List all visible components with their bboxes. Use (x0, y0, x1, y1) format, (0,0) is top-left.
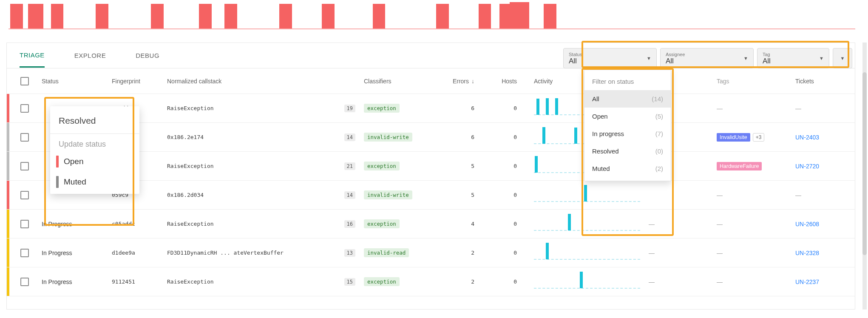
col-hosts[interactable]: Hosts (487, 78, 530, 85)
cell-callstack: 0x186.2e17414 (163, 133, 360, 141)
row-status-edge (7, 152, 12, 180)
col-callstack[interactable]: Normalized callstack (163, 78, 360, 85)
cell-errors: 5 (440, 163, 487, 169)
filter-more-button[interactable]: ▼ (833, 48, 852, 68)
filter-status-label: Status (569, 52, 651, 57)
chart-bar (51, 4, 64, 28)
activity-sparkline (534, 185, 640, 205)
row-status-edge (7, 123, 12, 151)
col-classifiers[interactable]: Classifiers (360, 78, 440, 85)
tag-more-pill[interactable]: +3 (753, 133, 765, 142)
ticket-link[interactable]: UN-2720 (795, 163, 819, 170)
status-filter-option[interactable]: Open(5) (584, 108, 671, 125)
status-filter-option[interactable]: Resolved(0) (584, 142, 671, 160)
col-errors[interactable]: Errors ↓ (440, 78, 487, 85)
cell-errors: 2 (440, 250, 487, 256)
classifier-pill[interactable]: exception (364, 104, 400, 113)
tab-explore[interactable]: EXPLORE (74, 44, 106, 67)
status-filter-option[interactable]: All(14) (584, 90, 671, 108)
filter-status[interactable]: Status All ▼ (563, 48, 657, 68)
tab-debug[interactable]: DEBUG (136, 44, 159, 67)
cell-tags: HardwareFailure (712, 162, 791, 170)
row-checkbox[interactable] (20, 278, 29, 286)
classifier-pill[interactable]: invalid-write (364, 190, 412, 199)
cell-tags: — (712, 250, 791, 256)
row-checkbox-cell (12, 133, 37, 142)
table-row[interactable]: In Progressc05addcRaiseException16except… (7, 210, 855, 238)
row-checkbox[interactable] (20, 162, 29, 170)
table-row[interactable]: In Progressd1dee9aFD3D11DynamicRH ... at… (7, 238, 855, 267)
cell-activity (530, 185, 644, 205)
filter-tag[interactable]: Tag All ▼ (757, 48, 829, 68)
filter-tag-value: All (763, 57, 824, 65)
classifier-pill[interactable]: exception (364, 277, 400, 286)
callstack-count-pill: 21 (344, 162, 355, 170)
cell-callstack: RaiseException19 (163, 105, 360, 112)
ticket-link[interactable]: UN-2237 (795, 278, 819, 285)
cell-tags: InvalidUsite+3 (712, 133, 791, 142)
ticket-link[interactable]: UN-2403 (795, 134, 819, 141)
classifier-pill[interactable]: invalid-read (364, 248, 409, 257)
row-status-option[interactable]: Muted (50, 172, 139, 192)
col-status[interactable]: Status (37, 78, 108, 85)
row-checkbox-cell (12, 249, 37, 257)
cell-fingerprint: c05addc (108, 221, 163, 227)
row-checkbox[interactable] (20, 191, 29, 199)
row-checkbox[interactable] (20, 220, 29, 228)
status-filter-option[interactable]: Muted(2) (584, 160, 671, 177)
ticket-link[interactable]: UN-2608 (795, 221, 819, 227)
select-all-checkbox[interactable] (20, 77, 29, 85)
classifier-pill[interactable]: invalid-write (364, 133, 412, 142)
callstack-count-pill: 15 (344, 278, 355, 286)
cell-errors: 6 (440, 134, 487, 140)
cell-activity (530, 214, 644, 234)
cell-classifiers: invalid-write (360, 133, 440, 142)
row-checkbox-cell (12, 104, 37, 113)
status-filter-option[interactable]: In progress(7) (584, 125, 671, 142)
cell-classifiers: exception (360, 219, 440, 228)
chevron-down-icon: ▼ (819, 56, 824, 61)
sort-desc-icon: ↓ (471, 78, 474, 85)
ticket-link[interactable]: UN-2328 (795, 250, 819, 256)
chart-bar (151, 4, 164, 28)
chart-bar (479, 4, 491, 28)
cell-errors: 6 (440, 105, 487, 111)
row-status-current[interactable]: Resolved (50, 108, 139, 133)
cell-tags: — (712, 221, 791, 227)
tab-bar: TRIAGE EXPLORE DEBUG Status All ▼ Assign… (7, 43, 855, 68)
vertical-scrollbar-thumb[interactable] (862, 72, 867, 255)
row-checkbox[interactable] (20, 133, 29, 142)
row-checkbox-cell (12, 162, 37, 170)
tag-pill[interactable]: InvalidUsite (717, 133, 750, 142)
filter-group: Status All ▼ Assignee All ▼ Tag All ▼ ▼ (563, 45, 852, 71)
cell-assignees: — (644, 278, 712, 285)
cell-tags: — (712, 192, 791, 199)
col-tickets[interactable]: Tickets (791, 78, 855, 85)
callstack-count-pill: 14 (344, 133, 355, 141)
row-checkbox-cell (12, 278, 37, 286)
status-filter-dropdown: Filter on status All(14)Open(5)In progre… (584, 70, 671, 181)
cell-tickets: UN-2403 (791, 134, 855, 141)
row-checkbox[interactable] (20, 249, 29, 257)
cell-tickets: UN-2237 (791, 278, 855, 285)
cell-classifiers: exception (360, 277, 440, 286)
classifier-pill[interactable]: exception (364, 219, 400, 228)
callstack-count-pill: 16 (344, 220, 355, 228)
tag-pill[interactable]: HardwareFailure (717, 162, 762, 170)
row-status-option[interactable]: Open (50, 151, 139, 172)
cell-tickets: — (791, 105, 855, 112)
tab-triage[interactable]: TRIAGE (20, 44, 45, 68)
row-checkbox[interactable] (20, 104, 29, 113)
classifier-pill[interactable]: exception (364, 162, 400, 170)
col-fingerprint[interactable]: Fingerprint (108, 78, 163, 85)
status-filter-header: Filter on status (584, 74, 671, 90)
row-checkbox-cell (12, 220, 37, 228)
chart-bar (28, 4, 43, 28)
cell-tickets: UN-2608 (791, 221, 855, 227)
col-tags[interactable]: Tags (712, 78, 791, 85)
table-row[interactable]: In Progress9112451RaiseException15except… (7, 267, 855, 296)
filter-assignee-label: Assignee (666, 52, 748, 57)
row-status-edge (7, 238, 12, 267)
filter-assignee[interactable]: Assignee All ▼ (660, 48, 754, 68)
chevron-down-icon: ▼ (647, 56, 651, 61)
